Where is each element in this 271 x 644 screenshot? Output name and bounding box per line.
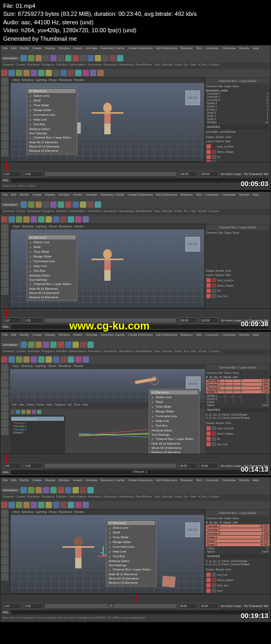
shelf-icon[interactable] xyxy=(31,216,37,223)
layer-row[interactable]: blend_shapes xyxy=(206,283,269,288)
attr-row[interactable]: Translate Y-6.872 xyxy=(206,528,269,531)
range-slider[interactable]: No Anim LayerNo Character Set xyxy=(1,463,270,469)
curve-area[interactable]: UI Elements Status Line Shelf Time Slide… xyxy=(65,415,205,454)
tool-icon[interactable] xyxy=(117,55,123,61)
menu-item[interactable]: File xyxy=(3,47,8,53)
shelf-tab[interactable]: Fluids xyxy=(174,63,182,68)
layout-icon[interactable] xyxy=(1,133,8,141)
layer-row[interactable]: blend_shapes xyxy=(206,577,269,583)
attr-row[interactable]: Rotate Y18.075 xyxy=(206,539,269,542)
tool-icon[interactable] xyxy=(73,201,79,208)
popup-item[interactable]: Range Slider xyxy=(28,254,76,259)
shelf-tabs[interactable]: GeneralCurvesSurfacesPolygonsSubdivsDefo… xyxy=(1,494,270,501)
shelf-icon[interactable] xyxy=(83,216,89,223)
command-line[interactable]: MEL// Result: 1 xyxy=(1,469,270,475)
layer-row[interactable]: foot_hud xyxy=(206,572,269,577)
popup-item[interactable]: Channel Box / Layer Editor xyxy=(28,135,76,140)
no-anim-layer[interactable]: No Anim Layer xyxy=(221,172,241,176)
shelf-tabs[interactable]: GeneralCurvesSurfacesPolygonsSubdivsDefo… xyxy=(1,209,270,215)
ui-elements-menu[interactable]: UI Elements Status Line Shelf Time Slide… xyxy=(106,519,157,586)
shelf-icon[interactable] xyxy=(31,70,37,76)
tool-icon[interactable] xyxy=(95,55,101,61)
layer-row[interactable]: body_controls xyxy=(206,144,269,149)
example-cube[interactable] xyxy=(162,576,176,587)
attr-row[interactable]: Visibilityon xyxy=(206,121,269,124)
time-slider[interactable] xyxy=(1,454,270,463)
no-char-set[interactable]: No Character Set xyxy=(244,172,268,176)
layer-row[interactable]: FK xyxy=(206,288,269,293)
tool-icon[interactable] xyxy=(1,256,8,263)
tool-icon[interactable] xyxy=(65,55,71,61)
time-slider[interactable] xyxy=(1,594,270,603)
layer-row[interactable]: body xyxy=(206,588,269,593)
tool-icon[interactable] xyxy=(43,201,49,208)
shelf-icon[interactable] xyxy=(83,70,89,76)
layout-icon[interactable] xyxy=(1,272,8,279)
layout-icon[interactable] xyxy=(1,288,8,295)
tool-icon[interactable] xyxy=(1,125,8,133)
scale-tool-icon[interactable] xyxy=(1,109,8,117)
shelf-icon[interactable] xyxy=(38,70,44,76)
menu[interactable]: Options xyxy=(215,140,224,143)
menu-item[interactable]: Create Deformers xyxy=(128,47,153,53)
popup-item[interactable]: Range Slider xyxy=(28,108,76,113)
tab[interactable]: Object xyxy=(224,85,231,88)
shelf-tab[interactable]: Dynamics xyxy=(103,63,117,68)
menu-item[interactable]: Skin xyxy=(196,47,202,53)
shelf-icon[interactable] xyxy=(46,70,52,76)
menu-item[interactable]: Assets xyxy=(73,47,83,53)
tool-icon[interactable] xyxy=(58,55,64,61)
shelf-icon[interactable] xyxy=(53,70,59,76)
tool-icon[interactable] xyxy=(110,55,116,61)
object-name[interactable]: lt_ik_bo_lf_hand_ctrl xyxy=(206,521,269,524)
tab[interactable]: Display xyxy=(206,135,214,139)
popup-item[interactable]: Attribute Editor xyxy=(28,273,76,278)
layer-row[interactable]: body_controls xyxy=(206,426,269,431)
time-slider[interactable] xyxy=(1,308,270,317)
tool-icon[interactable] xyxy=(95,201,101,208)
rotate-tool-icon[interactable] xyxy=(1,102,8,109)
command-line[interactable]: MEL xyxy=(1,609,270,615)
tool-icon[interactable] xyxy=(1,117,8,125)
attr-row[interactable]: Spaceworld xyxy=(206,403,269,407)
layer-row[interactable]: FK xyxy=(206,154,269,160)
popup-item[interactable]: Help Line xyxy=(28,264,76,269)
shelf-tabs[interactable]: GeneralCurvesSurfacesPolygonsSubdivsDefo… xyxy=(1,62,270,69)
viewcube[interactable]: FRONT xyxy=(185,522,200,537)
move-tool-icon[interactable] xyxy=(1,94,8,101)
tool-icon[interactable] xyxy=(21,201,27,208)
popup-item[interactable]: Hide All UI Elements xyxy=(28,287,76,291)
layout-icon[interactable] xyxy=(1,280,8,287)
menu-item[interactable]: Geometry Cache xyxy=(101,47,124,53)
popup-item[interactable]: Shelf xyxy=(28,245,76,250)
layer-row[interactable]: foot_hud xyxy=(206,293,269,299)
shelf-icon[interactable] xyxy=(38,216,44,223)
layer-row[interactable]: body_geo xyxy=(206,583,269,588)
shelf-tab[interactable]: General xyxy=(3,63,14,68)
hand-control[interactable] xyxy=(150,376,159,385)
object-name[interactable]: lt_ik_bo_lf_hand_ctrl xyxy=(206,375,269,379)
outliner-item[interactable]: lt_ik_bo_lf_hand_ctrl xyxy=(11,417,64,421)
menu-item[interactable]: Create xyxy=(32,47,42,53)
shelf-tab[interactable]: Toon xyxy=(153,63,160,68)
shelf-tab[interactable]: Custom xyxy=(209,63,220,68)
popup-item[interactable]: Show All UI Elements xyxy=(28,291,76,295)
menu[interactable]: Help xyxy=(225,140,230,143)
attr-row[interactable]: Translate X-10.304 xyxy=(206,525,269,528)
viewcube[interactable]: FRONT xyxy=(185,90,200,105)
popup-item[interactable]: Tool Settings xyxy=(28,278,76,282)
tool-icon[interactable] xyxy=(28,201,34,208)
tab[interactable]: Edit xyxy=(218,85,223,88)
tool-icon[interactable] xyxy=(87,201,94,208)
shelf-tab[interactable]: nCloth xyxy=(198,63,207,68)
popup-item[interactable]: Restore UI Elements xyxy=(28,295,76,299)
tool-icon[interactable] xyxy=(58,201,64,208)
shelf-icon[interactable] xyxy=(16,216,22,223)
time-marker[interactable] xyxy=(6,309,7,317)
tab[interactable]: Anim xyxy=(225,135,231,139)
menubar[interactable]: FileEditModifyCreateDisplayWindowAssetsA… xyxy=(1,477,270,486)
shelf-tab[interactable]: Fur xyxy=(184,63,188,68)
menu-item[interactable]: Display xyxy=(45,47,56,53)
shelf-tab[interactable]: Hair xyxy=(190,63,196,68)
popup-item[interactable]: Tool Box xyxy=(28,122,76,127)
